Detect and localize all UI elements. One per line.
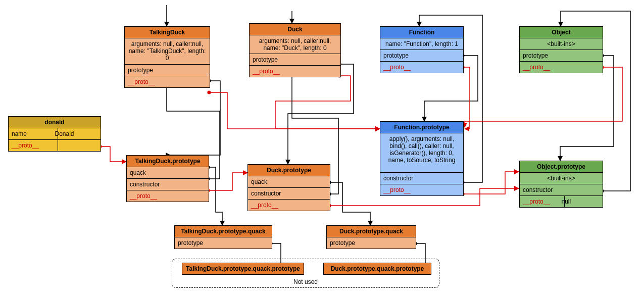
row-quack: quack [248,176,330,188]
node-object: Object <built-ins> prototype __proto__ [519,26,603,73]
node-title: donald [9,117,101,128]
node-function-prototype: Function.prototype apply(), arguments: n… [380,121,464,196]
row-constructor: constructor [127,179,209,190]
row-constructor: constructor [248,188,330,200]
node-function: Function name: "Function", length: 1 pro… [380,26,464,73]
row-builtins: <built-ins> [520,38,603,50]
node-title: Duck.prototype [248,165,330,176]
row-proto: __proto__ [248,200,330,211]
node-duck-quack-prototype: Duck.prototype.quack.prototype [323,263,431,275]
row-name: name Donald [9,128,101,140]
not-used-label: Not used [293,278,318,285]
row-prototype: prototype [175,237,272,249]
row-quack: quack [127,167,209,179]
row-proto: __proto__ [9,140,101,151]
row-prototype: prototype [520,50,603,62]
node-object-prototype: Object.prototype <built-ins> constructor… [519,161,603,208]
cell-key: __proto__ [9,140,58,151]
row-attrs: name: "Function", length: 1 [380,38,463,50]
node-talkingduck-prototype: TalkingDuck.prototype quack constructor … [126,155,209,202]
node-title: Duck.prototype.quack [327,226,416,237]
row-attrs: apply(), arguments: null, bind(), call()… [380,133,463,173]
row-proto: __proto__ [380,62,463,73]
row-attrs: arguments: null, caller:null, name: "Duc… [250,35,340,54]
row-constructor: constructor [520,184,603,196]
node-title: Function.prototype [380,122,463,133]
node-title: Object [520,27,603,38]
node-talkingduck-quack-prototype: TalkingDuck.prototype.quack.prototype [182,263,304,275]
cell-val: null [559,196,603,207]
cell-val [52,140,101,151]
row-builtins: <built-ins> [520,173,603,184]
row-proto-null: __proto__ null [520,196,603,207]
row-proto: __proto__ [520,62,603,73]
node-title: TalkingDuck.prototype.quack.prototype [182,263,304,274]
cell-key: __proto__ [520,196,565,207]
row-proto: __proto__ [250,66,340,77]
row-attrs: arguments: null, caller:null, name: "Tal… [125,38,210,65]
row-proto: __proto__ [380,184,463,195]
row-prototype: prototype [327,237,416,249]
node-talkingduck: TalkingDuck arguments: null, caller:null… [124,26,210,88]
cell-key: name [9,128,58,139]
node-title: TalkingDuck.prototype [127,156,209,167]
node-duck-prototype: Duck.prototype quack constructor __proto… [247,164,330,211]
row-prototype: prototype [380,50,463,62]
node-donald: donald name Donald __proto__ [8,116,101,152]
row-prototype: prototype [125,65,210,76]
node-title: TalkingDuck [125,27,210,38]
node-title: Object.prototype [520,161,603,173]
node-talkingduck-quack: TalkingDuck.prototype.quack prototype [174,225,272,249]
row-proto: __proto__ [125,76,210,87]
node-duck-quack: Duck.prototype.quack prototype [326,225,416,249]
cell-val: Donald [52,128,101,139]
node-title: Duck [250,24,340,35]
node-duck: Duck arguments: null, caller:null, name:… [249,23,341,77]
row-constructor: constructor [380,173,463,184]
node-title: TalkingDuck.prototype.quack [175,226,272,237]
row-proto: __proto__ [127,190,209,202]
node-title: Function [380,27,463,38]
row-prototype: prototype [250,54,340,66]
node-title: Duck.prototype.quack.prototype [324,263,431,274]
diagram-canvas: donald name Donald __proto__ TalkingDuck… [0,0,644,295]
